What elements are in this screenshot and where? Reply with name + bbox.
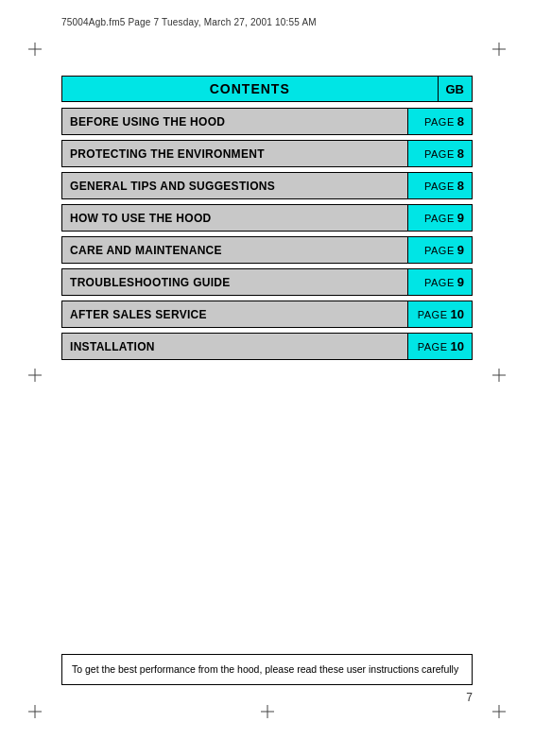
file-info: 75004Agb.fm5 Page 7 Tuesday, March 27, 2… bbox=[61, 17, 317, 27]
page-num: 10 bbox=[451, 307, 464, 321]
contents-title: CONTENTS bbox=[61, 76, 438, 102]
toc-label: HOW TO USE THE HOOD bbox=[62, 205, 407, 231]
toc-page: PAGE10 bbox=[407, 334, 472, 359]
bottom-note: To get the best performance from the hoo… bbox=[61, 654, 473, 685]
toc-row: TROUBLESHOOTING GUIDEPAGE9 bbox=[61, 268, 473, 296]
page-num: 8 bbox=[457, 179, 464, 193]
toc-row: HOW TO USE THE HOODPAGE9 bbox=[61, 204, 473, 232]
toc-page: PAGE9 bbox=[407, 237, 472, 263]
contents-header: CONTENTS GB bbox=[61, 76, 473, 102]
toc-page: PAGE8 bbox=[407, 109, 472, 134]
crosshair-bot-mid bbox=[261, 705, 274, 718]
toc-page: PAGE8 bbox=[407, 173, 472, 198]
toc-row: PROTECTING THE ENVIRONMENTPAGE8 bbox=[61, 140, 473, 167]
page-word: PAGE bbox=[424, 180, 455, 192]
toc-row: CARE AND MAINTENANCEPAGE9 bbox=[61, 236, 473, 264]
crosshair-mid-left bbox=[28, 369, 42, 382]
crosshair-top-left bbox=[28, 43, 42, 56]
crosshair-bot-right bbox=[492, 705, 506, 718]
toc-row: AFTER SALES SERVICEPAGE10 bbox=[61, 301, 473, 328]
toc-label: CARE AND MAINTENANCE bbox=[62, 237, 407, 263]
toc-rows: BEFORE USING THE HOODPAGE8PROTECTING THE… bbox=[61, 108, 473, 360]
toc-row: GENERAL TIPS AND SUGGESTIONSPAGE8 bbox=[61, 172, 473, 199]
page-num: 8 bbox=[457, 114, 464, 129]
toc-row: BEFORE USING THE HOODPAGE8 bbox=[61, 108, 473, 135]
page-num: 9 bbox=[457, 243, 464, 257]
page-word: PAGE bbox=[424, 116, 455, 128]
crosshair-bot-left bbox=[28, 705, 42, 718]
content-area: CONTENTS GB BEFORE USING THE HOODPAGE8PR… bbox=[61, 76, 473, 365]
page-word: PAGE bbox=[424, 148, 455, 160]
toc-label: TROUBLESHOOTING GUIDE bbox=[62, 269, 407, 295]
toc-label: AFTER SALES SERVICE bbox=[62, 301, 407, 327]
page-number: 7 bbox=[466, 691, 473, 704]
page-word: PAGE bbox=[424, 245, 455, 256]
page: 75004Agb.fm5 Page 7 Tuesday, March 27, 2… bbox=[0, 0, 534, 756]
page-word: PAGE bbox=[424, 213, 455, 224]
toc-label: GENERAL TIPS AND SUGGESTIONS bbox=[62, 173, 407, 198]
crosshair-top-right bbox=[492, 43, 506, 56]
page-num: 9 bbox=[457, 275, 464, 289]
page-num: 9 bbox=[457, 211, 464, 225]
page-word: PAGE bbox=[424, 277, 455, 288]
page-num: 8 bbox=[457, 146, 464, 161]
toc-row: INSTALLATIONPAGE10 bbox=[61, 333, 473, 360]
toc-label: INSTALLATION bbox=[62, 334, 407, 359]
page-word: PAGE bbox=[418, 309, 448, 320]
contents-gb: GB bbox=[438, 76, 474, 102]
crosshair-mid-right bbox=[492, 369, 506, 382]
page-word: PAGE bbox=[418, 341, 448, 352]
toc-label: PROTECTING THE ENVIRONMENT bbox=[62, 141, 407, 166]
toc-page: PAGE9 bbox=[407, 269, 472, 295]
toc-page: PAGE10 bbox=[407, 301, 472, 327]
toc-page: PAGE9 bbox=[407, 205, 472, 231]
toc-page: PAGE8 bbox=[407, 141, 472, 166]
toc-label: BEFORE USING THE HOOD bbox=[62, 109, 407, 134]
page-num: 10 bbox=[451, 339, 464, 353]
